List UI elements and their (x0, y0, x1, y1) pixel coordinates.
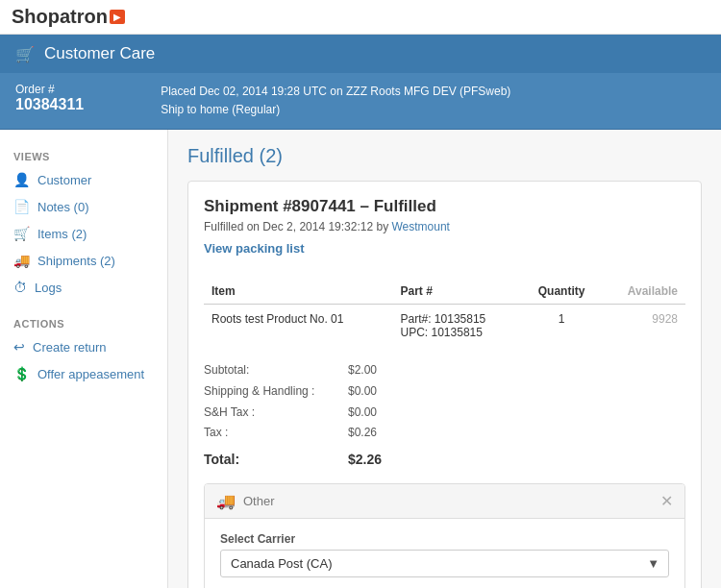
ship-info: Ship to home (Regular) (161, 101, 510, 119)
top-bar: Shopatron ▶ (0, 0, 721, 35)
logo-text: Shopatron (12, 6, 108, 28)
shipment-title: Shipment #8907441 – Fulfilled (204, 197, 685, 216)
total-label: Total: (204, 448, 329, 472)
appeasement-icon: 💲 (13, 366, 30, 381)
total-value: $2.26 (348, 448, 382, 472)
tax-label: Tax : (204, 423, 329, 444)
sidebar-label-create-return: Create return (33, 340, 107, 355)
content-area: Fulfilled (2) Shipment #8907441 – Fulfil… (168, 130, 721, 588)
totals-section: Subtotal: $2.00 Shipping & Handling : $0… (204, 360, 685, 472)
customer-icon: 👤 (13, 172, 30, 187)
tracking-header-left: 🚚 Other (216, 492, 275, 510)
views-section-title: VIEWS (0, 143, 167, 166)
sidebar-label-notes: Notes (0) (37, 200, 88, 214)
sidebar-item-notes[interactable]: 📄 Notes (0) (0, 193, 167, 220)
item-part: Part#: 10135815 UPC: 10135815 (393, 305, 522, 348)
total-row: Total: $2.26 (204, 448, 685, 472)
fulfilled-text: Fulfilled on Dec 2, 2014 19:32:12 by (204, 220, 388, 233)
item-quantity: 1 (522, 305, 602, 348)
subtotal-label: Subtotal: (204, 360, 329, 381)
tracking-area: 🚚 Other ✕ Select Carrier Canada Post (CA… (204, 483, 685, 588)
sidebar-label-offer-appeasement: Offer appeasement (37, 367, 144, 381)
placed-info: Placed Dec 02, 2014 19:28 UTC on ZZZ Roo… (161, 83, 510, 101)
tracking-body: Select Carrier Canada Post (CA) FedEx UP… (205, 519, 684, 588)
fulfilled-by-link[interactable]: Westmount (391, 220, 449, 233)
items-table: Item Part # Quantity Available Roots tes… (204, 279, 685, 347)
tax-value: $0.26 (348, 423, 377, 444)
page-title: Fulfilled (2) (187, 145, 702, 167)
sidebar-label-items: Items (2) (37, 227, 87, 241)
shipping-value: $0.00 (348, 381, 377, 403)
notes-icon: 📄 (13, 199, 30, 214)
order-bar: Order # 10384311 Placed Dec 02, 2014 19:… (0, 73, 721, 130)
shipment-sub: Fulfilled on Dec 2, 2014 19:32:12 by Wes… (204, 220, 685, 233)
sandh-tax-row: S&H Tax : $0.00 (204, 403, 685, 424)
sidebar: VIEWS 👤 Customer 📄 Notes (0) 🛒 Items (2)… (0, 130, 168, 588)
carrier-select-wrapper: Canada Post (CA) FedEx UPS USPS ▼ (220, 550, 669, 577)
shipment-card: Shipment #8907441 – Fulfilled Fulfilled … (187, 181, 702, 588)
sandh-tax-value: $0.00 (348, 403, 377, 424)
nav-bar: 🛒 Customer Care (0, 35, 721, 73)
main-layout: VIEWS 👤 Customer 📄 Notes (0) 🛒 Items (2)… (0, 130, 721, 588)
tracking-truck-icon: 🚚 (216, 492, 236, 510)
table-row: Roots test Product No. 01 Part#: 1013581… (204, 305, 685, 348)
sidebar-item-shipments[interactable]: 🚚 Shipments (2) (0, 247, 167, 274)
sidebar-item-logs[interactable]: ⏱ Logs (0, 274, 167, 301)
shipping-label: Shipping & Handling : (204, 381, 329, 403)
actions-section-title: ACTIONS (0, 310, 167, 333)
shipments-icon: 🚚 (13, 253, 30, 268)
logs-icon: ⏱ (13, 280, 27, 295)
sidebar-item-items[interactable]: 🛒 Items (2) (0, 220, 167, 247)
order-info-right: Placed Dec 02, 2014 19:28 UTC on ZZZ Roo… (161, 83, 510, 119)
sidebar-item-customer[interactable]: 👤 Customer (0, 166, 167, 193)
item-available: 9928 (602, 305, 685, 348)
cart-icon: 🛒 (15, 45, 35, 63)
select-carrier-label: Select Carrier (220, 532, 669, 546)
order-number: 10384311 (15, 96, 84, 113)
subtotal-row: Subtotal: $2.00 (204, 360, 685, 381)
col-part: Part # (393, 279, 522, 305)
close-button[interactable]: ✕ (660, 492, 673, 510)
col-available: Available (602, 279, 685, 305)
carrier-select[interactable]: Canada Post (CA) FedEx UPS USPS (220, 550, 669, 577)
items-icon: 🛒 (13, 226, 30, 241)
tax-row: Tax : $0.26 (204, 423, 685, 444)
return-icon: ↩ (13, 339, 25, 355)
sidebar-item-create-return[interactable]: ↩ Create return (0, 333, 167, 360)
sidebar-label-logs: Logs (35, 281, 62, 295)
col-item: Item (204, 279, 393, 305)
shipping-row: Shipping & Handling : $0.00 (204, 381, 685, 403)
tracking-header-text: Other (243, 494, 275, 508)
logo-icon: ▶ (110, 10, 125, 24)
nav-bar-title: Customer Care (44, 44, 155, 63)
view-packing-link[interactable]: View packing list (204, 241, 305, 256)
col-quantity: Quantity (522, 279, 602, 305)
subtotal-value: $2.00 (348, 360, 377, 381)
order-number-section: Order # 10384311 (15, 83, 84, 119)
sidebar-label-shipments: Shipments (2) (37, 254, 115, 268)
order-label: Order # (15, 83, 84, 96)
item-name: Roots test Product No. 01 (204, 305, 393, 348)
sidebar-item-offer-appeasement[interactable]: 💲 Offer appeasement (0, 360, 167, 387)
tracking-header: 🚚 Other ✕ (205, 484, 684, 519)
sidebar-label-customer: Customer (37, 173, 91, 187)
sandh-tax-label: S&H Tax : (204, 403, 329, 424)
